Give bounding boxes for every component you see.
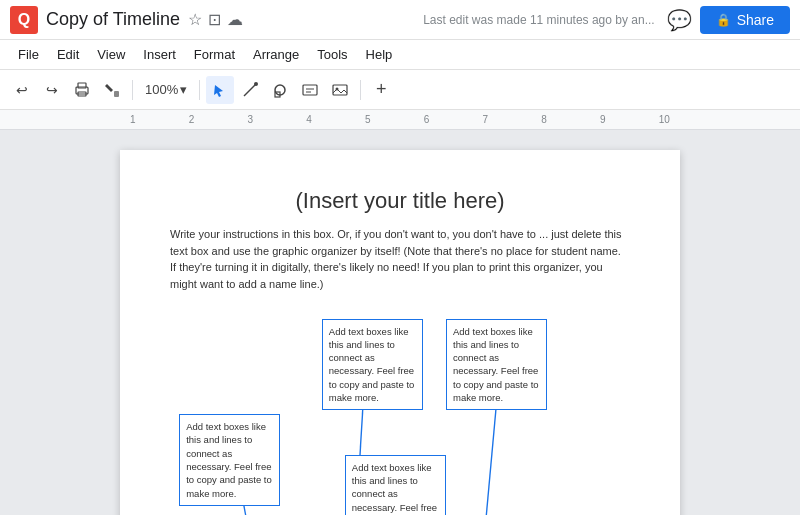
zoom-select[interactable]: 100% ▾ — [139, 79, 193, 100]
comment-button[interactable]: 💬 — [667, 8, 692, 32]
zoom-value: 100% — [145, 82, 178, 97]
print-button[interactable] — [68, 76, 96, 104]
cursor-tool-button[interactable] — [206, 76, 234, 104]
redo-button[interactable]: ↪ — [38, 76, 66, 104]
title-bar: Q Copy of Timeline ☆ ⊡ ☁ Last edit was m… — [0, 0, 800, 40]
add-button[interactable]: + — [367, 76, 395, 104]
instructions-text[interactable]: Write your instructions in this box. Or,… — [170, 226, 630, 292]
menu-file[interactable]: File — [10, 44, 47, 65]
menu-format[interactable]: Format — [186, 44, 243, 65]
paint-format-button[interactable] — [98, 76, 126, 104]
toolbar-divider-1 — [132, 80, 133, 100]
svg-line-18 — [483, 402, 497, 515]
last-edit-text: Last edit was made 11 minutes ago by an.… — [423, 13, 654, 27]
title-icons[interactable]: ☆ ⊡ ☁ — [188, 10, 243, 29]
menu-edit[interactable]: Edit — [49, 44, 87, 65]
toolbar-divider-3 — [360, 80, 361, 100]
document-title[interactable]: (Insert your title here) — [170, 188, 630, 214]
textbox-1[interactable]: Add text boxes like this and lines to co… — [179, 414, 280, 506]
textbox-tool-button[interactable] — [296, 76, 324, 104]
undo-button[interactable]: ↩ — [8, 76, 36, 104]
ruler-mark: 5 — [365, 114, 371, 125]
svg-line-4 — [244, 84, 256, 96]
cloud-icon[interactable]: ☁ — [227, 10, 243, 29]
doc-title: Copy of Timeline — [46, 9, 180, 30]
menu-help[interactable]: Help — [358, 44, 401, 65]
textbox-2-content: Add text boxes like this and lines to co… — [329, 326, 415, 403]
ruler-mark: 2 — [189, 114, 195, 125]
menu-arrange[interactable]: Arrange — [245, 44, 307, 65]
ruler-mark: 9 — [600, 114, 606, 125]
share-button[interactable]: 🔒 Share — [700, 6, 790, 34]
star-icon[interactable]: ☆ — [188, 10, 202, 29]
textbox-1-content: Add text boxes like this and lines to co… — [186, 421, 272, 498]
svg-rect-3 — [114, 91, 119, 97]
ruler-mark: 4 — [306, 114, 312, 125]
svg-rect-11 — [333, 85, 347, 95]
shape-tool-button[interactable] — [266, 76, 294, 104]
menu-insert[interactable]: Insert — [135, 44, 184, 65]
canvas-area[interactable]: (Insert your title here) Write your inst… — [0, 130, 800, 515]
toolbar-divider-2 — [199, 80, 200, 100]
textbox-4[interactable]: Add text boxes like this and lines to co… — [345, 455, 446, 515]
ruler-mark: 8 — [541, 114, 547, 125]
grid-icon[interactable]: ⊡ — [208, 10, 221, 29]
textbox-3[interactable]: Add text boxes like this and lines to co… — [446, 319, 547, 411]
line-tool-button[interactable] — [236, 76, 264, 104]
ruler-mark: 6 — [424, 114, 430, 125]
share-label: Share — [737, 12, 774, 28]
image-tool-button[interactable] — [326, 76, 354, 104]
ruler-mark: 7 — [483, 114, 489, 125]
ruler-mark: 10 — [659, 114, 670, 125]
ruler-mark: 1 — [130, 114, 136, 125]
document-page: (Insert your title here) Write your inst… — [120, 150, 680, 515]
menu-view[interactable]: View — [89, 44, 133, 65]
ruler: 1 2 3 4 5 6 7 8 9 10 — [0, 110, 800, 130]
ruler-mark: 3 — [248, 114, 254, 125]
svg-rect-8 — [303, 85, 317, 95]
lock-icon: 🔒 — [716, 13, 731, 27]
toolbar: ↩ ↪ 100% ▾ + — [0, 70, 800, 110]
textbox-4-content: Add text boxes like this and lines to co… — [352, 462, 438, 515]
textbox-2[interactable]: Add text boxes like this and lines to co… — [322, 319, 423, 411]
textbox-3-content: Add text boxes like this and lines to co… — [453, 326, 539, 403]
menu-bar: File Edit View Insert Format Arrange Too… — [0, 40, 800, 70]
app-logo: Q — [10, 6, 38, 34]
ruler-marks: 1 2 3 4 5 6 7 8 9 10 — [130, 114, 670, 125]
svg-point-5 — [254, 82, 258, 86]
menu-tools[interactable]: Tools — [309, 44, 355, 65]
zoom-chevron-icon: ▾ — [180, 82, 187, 97]
timeline-area: Add text boxes like this and lines to co… — [170, 304, 630, 515]
